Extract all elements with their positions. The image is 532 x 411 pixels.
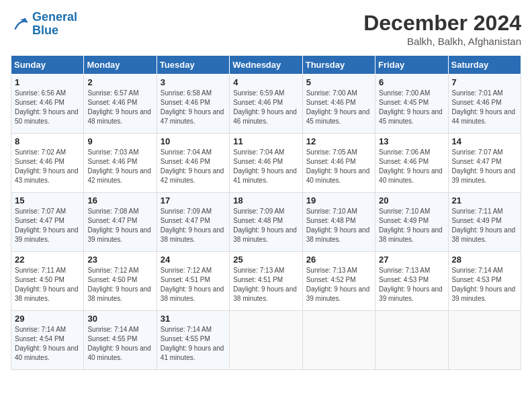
- table-row: 7Sunrise: 7:01 AMSunset: 4:46 PMDaylight…: [448, 75, 521, 134]
- table-row: 13Sunrise: 7:06 AMSunset: 4:46 PMDayligh…: [375, 134, 448, 193]
- table-row: 29Sunrise: 7:14 AMSunset: 4:54 PMDayligh…: [11, 311, 84, 370]
- cell-daylight: Daylight: 9 hours and 43 minutes.: [15, 167, 79, 184]
- col-thursday: Thursday: [302, 56, 375, 75]
- cell-sunset: Sunset: 4:46 PM: [379, 158, 429, 165]
- day-number: 9: [87, 136, 152, 146]
- cell-sunrise: Sunrise: 7:10 AM: [306, 208, 357, 215]
- cell-sunset: Sunset: 4:46 PM: [15, 158, 64, 165]
- cell-sunset: Sunset: 4:46 PM: [87, 99, 137, 106]
- cell-sunset: Sunset: 4:46 PM: [15, 99, 64, 106]
- cell-sunrise: Sunrise: 7:14 AM: [161, 326, 212, 333]
- cell-sunset: Sunset: 4:51 PM: [233, 276, 283, 283]
- cell-sunset: Sunset: 4:50 PM: [87, 276, 137, 283]
- table-row: 31Sunrise: 7:14 AMSunset: 4:55 PMDayligh…: [157, 311, 229, 370]
- cell-sunset: Sunset: 4:47 PM: [452, 158, 502, 165]
- cell-daylight: Daylight: 9 hours and 45 minutes.: [306, 108, 370, 125]
- table-row: 15Sunrise: 7:07 AMSunset: 4:47 PMDayligh…: [11, 193, 84, 252]
- col-wednesday: Wednesday: [230, 56, 302, 75]
- table-row: 10Sunrise: 7:04 AMSunset: 4:46 PMDayligh…: [157, 134, 229, 193]
- table-row: 23Sunrise: 7:12 AMSunset: 4:50 PMDayligh…: [84, 252, 157, 311]
- day-number: 26: [306, 255, 371, 265]
- calendar-subtitle: Balkh, Balkh, Afghanistan: [363, 36, 521, 47]
- cell-sunset: Sunset: 4:47 PM: [15, 217, 64, 224]
- table-row: 22Sunrise: 7:11 AMSunset: 4:50 PMDayligh…: [11, 252, 84, 311]
- cell-sunset: Sunset: 4:46 PM: [87, 158, 137, 165]
- table-row: 6Sunrise: 7:00 AMSunset: 4:45 PMDaylight…: [375, 75, 448, 134]
- col-saturday: Saturday: [448, 56, 521, 75]
- cell-sunrise: Sunrise: 7:01 AM: [452, 89, 503, 97]
- day-number: 20: [379, 195, 444, 205]
- table-row: 4Sunrise: 6:59 AMSunset: 4:46 PMDaylight…: [230, 75, 302, 134]
- table-row: 26Sunrise: 7:13 AMSunset: 4:52 PMDayligh…: [302, 252, 375, 311]
- day-number: 25: [233, 255, 298, 265]
- day-number: 13: [379, 136, 444, 146]
- cell-daylight: Daylight: 9 hours and 38 minutes.: [233, 285, 297, 302]
- logo: General Blue: [11, 11, 77, 38]
- calendar-week-row: 29Sunrise: 7:14 AMSunset: 4:54 PMDayligh…: [11, 311, 521, 370]
- cell-sunrise: Sunrise: 7:11 AM: [15, 267, 66, 274]
- col-tuesday: Tuesday: [157, 56, 229, 75]
- day-number: 28: [452, 255, 517, 265]
- cell-daylight: Daylight: 9 hours and 46 minutes.: [233, 108, 297, 125]
- calendar-week-row: 1Sunrise: 6:56 AMSunset: 4:46 PMDaylight…: [11, 75, 521, 134]
- table-row: 11Sunrise: 7:04 AMSunset: 4:46 PMDayligh…: [230, 134, 302, 193]
- day-number: 17: [161, 195, 226, 205]
- cell-sunrise: Sunrise: 7:12 AM: [161, 267, 212, 274]
- cell-daylight: Daylight: 9 hours and 38 minutes.: [452, 226, 516, 243]
- cell-sunrise: Sunrise: 7:13 AM: [233, 267, 284, 274]
- cell-sunset: Sunset: 4:46 PM: [452, 99, 502, 106]
- cell-daylight: Daylight: 9 hours and 40 minutes.: [379, 167, 443, 184]
- table-row: 16Sunrise: 7:08 AMSunset: 4:47 PMDayligh…: [84, 193, 157, 252]
- cell-sunrise: Sunrise: 7:03 AM: [87, 148, 138, 156]
- day-number: 22: [15, 255, 80, 265]
- cell-sunrise: Sunrise: 6:57 AM: [87, 89, 138, 97]
- table-row: 9Sunrise: 7:03 AMSunset: 4:46 PMDaylight…: [84, 134, 157, 193]
- cell-sunrise: Sunrise: 7:09 AM: [161, 208, 212, 215]
- calendar-header-row: Sunday Monday Tuesday Wednesday Thursday…: [11, 56, 521, 75]
- cell-sunrise: Sunrise: 6:58 AM: [161, 89, 212, 97]
- cell-daylight: Daylight: 9 hours and 38 minutes.: [233, 226, 297, 243]
- cell-sunrise: Sunrise: 7:11 AM: [452, 208, 503, 215]
- cell-sunset: Sunset: 4:46 PM: [161, 99, 210, 106]
- day-number: 18: [233, 195, 298, 205]
- day-number: 31: [161, 314, 226, 324]
- cell-daylight: Daylight: 9 hours and 38 minutes.: [379, 226, 443, 243]
- table-row: 14Sunrise: 7:07 AMSunset: 4:47 PMDayligh…: [448, 134, 521, 193]
- cell-sunset: Sunset: 4:46 PM: [306, 158, 356, 165]
- table-row: 8Sunrise: 7:02 AMSunset: 4:46 PMDaylight…: [11, 134, 84, 193]
- cell-sunrise: Sunrise: 7:14 AM: [15, 326, 66, 333]
- day-number: 24: [161, 255, 226, 265]
- cell-sunrise: Sunrise: 7:00 AM: [379, 89, 430, 97]
- logo-line1: General: [32, 10, 77, 24]
- cell-daylight: Daylight: 9 hours and 38 minutes.: [15, 285, 79, 302]
- cell-daylight: Daylight: 9 hours and 41 minutes.: [233, 167, 297, 184]
- cell-daylight: Daylight: 9 hours and 38 minutes.: [87, 285, 151, 302]
- cell-sunrise: Sunrise: 7:14 AM: [452, 267, 503, 274]
- day-number: 5: [306, 77, 371, 87]
- cell-sunrise: Sunrise: 7:09 AM: [233, 208, 284, 215]
- cell-daylight: Daylight: 9 hours and 39 minutes.: [379, 285, 443, 302]
- table-row: 17Sunrise: 7:09 AMSunset: 4:47 PMDayligh…: [157, 193, 229, 252]
- calendar-week-row: 15Sunrise: 7:07 AMSunset: 4:47 PMDayligh…: [11, 193, 521, 252]
- logo-text: General Blue: [32, 11, 77, 38]
- cell-sunset: Sunset: 4:46 PM: [306, 99, 356, 106]
- cell-sunrise: Sunrise: 6:59 AM: [233, 89, 284, 97]
- cell-sunset: Sunset: 4:48 PM: [306, 217, 356, 224]
- cell-sunset: Sunset: 4:54 PM: [15, 335, 64, 342]
- cell-sunrise: Sunrise: 7:04 AM: [161, 148, 212, 156]
- table-row: 30Sunrise: 7:14 AMSunset: 4:55 PMDayligh…: [84, 311, 157, 370]
- table-row: 19Sunrise: 7:10 AMSunset: 4:48 PMDayligh…: [302, 193, 375, 252]
- cell-sunset: Sunset: 4:48 PM: [233, 217, 283, 224]
- cell-sunrise: Sunrise: 7:14 AM: [87, 326, 138, 333]
- day-number: 8: [15, 136, 80, 146]
- table-row: 5Sunrise: 7:00 AMSunset: 4:46 PMDaylight…: [302, 75, 375, 134]
- cell-daylight: Daylight: 9 hours and 48 minutes.: [87, 108, 151, 125]
- day-number: 3: [161, 77, 226, 87]
- cell-daylight: Daylight: 9 hours and 40 minutes.: [306, 167, 370, 184]
- day-number: 19: [306, 195, 371, 205]
- table-row: 28Sunrise: 7:14 AMSunset: 4:53 PMDayligh…: [448, 252, 521, 311]
- cell-daylight: Daylight: 9 hours and 38 minutes.: [161, 285, 224, 302]
- table-row: [230, 311, 302, 370]
- cell-sunrise: Sunrise: 7:07 AM: [15, 208, 66, 215]
- cell-daylight: Daylight: 9 hours and 50 minutes.: [15, 108, 79, 125]
